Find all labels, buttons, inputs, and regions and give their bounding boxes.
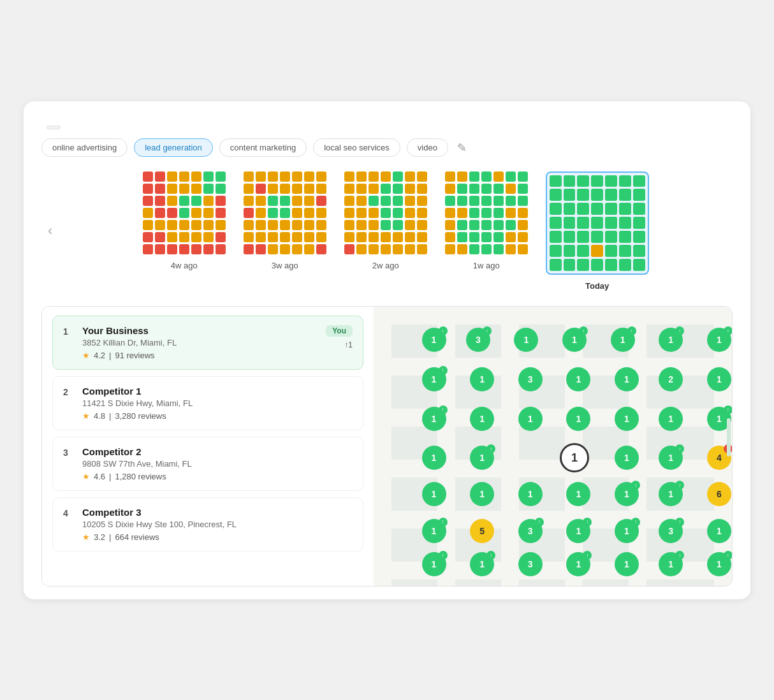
map-pin[interactable]: 2 — [659, 367, 683, 391]
business-list-item[interactable]: 2Competitor 111421 S Dixie Hwy, Miami, F… — [52, 376, 363, 430]
heatmap-cell — [577, 217, 589, 229]
map-pin[interactable]: 1↑ — [707, 552, 731, 576]
map-pin[interactable]: 1 — [707, 367, 731, 391]
heatmap-cell — [381, 244, 391, 254]
prev-heatmap-button[interactable]: ‹ — [41, 224, 59, 238]
heatmap-cell — [417, 244, 427, 254]
keyword-tab[interactable]: online advertising — [41, 138, 128, 157]
pin-value: 1 — [432, 526, 437, 536]
map-pin[interactable]: 1↑ — [422, 552, 446, 576]
heatmap-cell — [469, 208, 479, 218]
map-pin[interactable]: 1 — [566, 407, 590, 431]
map-pin[interactable]: 1 — [518, 407, 543, 431]
map-pin[interactable]: 3↑ — [659, 519, 683, 543]
heatmap-item[interactable]: 4w ago — [143, 171, 226, 291]
map-pin[interactable]: 1 — [566, 482, 590, 506]
map-pin[interactable]: 1↑ — [566, 519, 590, 543]
map-pin[interactable]: 1↑ — [470, 552, 494, 576]
map-pin[interactable]: 1↑ — [422, 519, 446, 543]
map-pin[interactable]: 1 — [615, 446, 639, 470]
map-pin[interactable]: 1↑ — [422, 328, 446, 352]
scrollbar[interactable] — [727, 418, 731, 456]
business-list-item[interactable]: 4Competitor 310205 S Dixie Hwy Ste 100, … — [52, 497, 363, 551]
map-pin[interactable]: 1↑ — [422, 407, 446, 431]
map-pin[interactable]: 6 — [707, 482, 731, 506]
pin-value: 3 — [476, 335, 481, 345]
map-pin[interactable]: 1 — [659, 407, 683, 431]
heatmap-cell — [244, 196, 254, 206]
map-pin[interactable]: 1↑ — [615, 519, 639, 543]
heatmap-cell — [445, 208, 455, 218]
heatmap-cell — [493, 184, 504, 194]
map-pin[interactable]: 1 — [470, 482, 494, 506]
map-pin[interactable]: 1 — [566, 367, 590, 391]
heatmap-cell — [304, 208, 314, 218]
keywords-count-badge — [47, 126, 61, 129]
map-pin[interactable]: 1↑ — [566, 552, 590, 576]
heatmap-cell — [393, 208, 403, 218]
keyword-tab[interactable]: lead generation — [134, 138, 213, 157]
map-pin[interactable]: 1↑ — [659, 328, 683, 352]
business-list-item[interactable]: 3Competitor 29808 SW 77th Ave, Miami, FL… — [52, 437, 363, 491]
heatmap-cell — [203, 196, 214, 206]
keyword-tab[interactable]: video — [407, 138, 448, 157]
map-pin[interactable]: 3↑ — [518, 519, 543, 543]
map-pin[interactable]: 1 — [422, 482, 446, 506]
heatmap-cell — [405, 244, 415, 254]
business-list-item[interactable]: 1Your Business3852 Killian Dr, Miami, FL… — [52, 316, 363, 370]
map-pin[interactable]: 1↑ — [562, 328, 587, 352]
pin-value: 1 — [624, 489, 629, 499]
heatmap-cell — [550, 203, 562, 215]
heatmap-cell — [167, 208, 177, 218]
map-pin[interactable]: 5 — [470, 519, 494, 543]
heatmap-cell — [356, 232, 367, 242]
heatmap-cell — [469, 196, 479, 206]
business-name: Competitor 3 — [82, 507, 353, 518]
map-pin[interactable]: 1↑ — [422, 367, 446, 391]
map-pin[interactable]: 1 — [615, 367, 639, 391]
map-pin[interactable]: 1↑ — [659, 446, 683, 470]
map-pin[interactable]: 3↑ — [466, 328, 490, 352]
heatmap-cell — [316, 196, 326, 206]
map-pin[interactable]: 1 — [615, 407, 639, 431]
map-pin[interactable]: 1↑ — [615, 482, 639, 506]
heatmap-cell — [304, 196, 314, 206]
heatmap-cell — [564, 245, 576, 257]
heatmap-cell — [143, 232, 153, 242]
heatmap-item[interactable]: Today — [546, 171, 649, 291]
keyword-tab[interactable]: content marketing — [219, 138, 307, 157]
pin-value: 1 — [432, 559, 437, 569]
heatmap-cell — [155, 171, 165, 182]
heatmap-item[interactable]: 3w ago — [244, 171, 326, 291]
map-pin[interactable]: 3 — [518, 367, 543, 391]
edit-keywords-icon[interactable]: ✎ — [455, 138, 469, 157]
heatmap-item[interactable]: 2w ago — [344, 171, 427, 291]
pin-value: 3 — [528, 374, 533, 384]
heatmap-cell — [469, 232, 479, 242]
map-pin[interactable]: 1 — [560, 443, 589, 472]
star-icon: ★ — [82, 532, 90, 542]
map-pin[interactable]: 1 — [470, 407, 494, 431]
map-pin[interactable]: 1 — [422, 446, 446, 470]
map-pin[interactable]: 1 — [518, 482, 543, 506]
heatmap-cell — [605, 175, 617, 187]
keyword-tab[interactable]: local seo services — [313, 138, 400, 157]
map-pin[interactable]: 3 — [518, 552, 543, 576]
heatmap-cell — [591, 203, 603, 215]
map-pin[interactable]: 1 — [514, 328, 538, 352]
heatmap-item[interactable]: 1w ago — [445, 171, 528, 291]
map-pin[interactable]: 1↑ — [470, 446, 494, 470]
map-pin[interactable]: 1↑ — [659, 482, 683, 506]
map-pin[interactable]: 1 — [615, 552, 639, 576]
heatmap-cell — [155, 220, 165, 230]
map-pin[interactable]: 1↑ — [659, 552, 683, 576]
heatmap-cell — [633, 217, 645, 229]
map-pin[interactable]: 1↑ — [611, 328, 635, 352]
map-pin[interactable]: 1↑ — [707, 328, 731, 352]
heatmap-cell — [577, 231, 589, 243]
map-pin[interactable]: 1 — [707, 519, 731, 543]
map-pin[interactable]: 1 — [470, 367, 494, 391]
heatmap-cell — [506, 232, 516, 242]
heatmap-cell — [405, 171, 415, 182]
heatmap-cell — [191, 184, 201, 194]
